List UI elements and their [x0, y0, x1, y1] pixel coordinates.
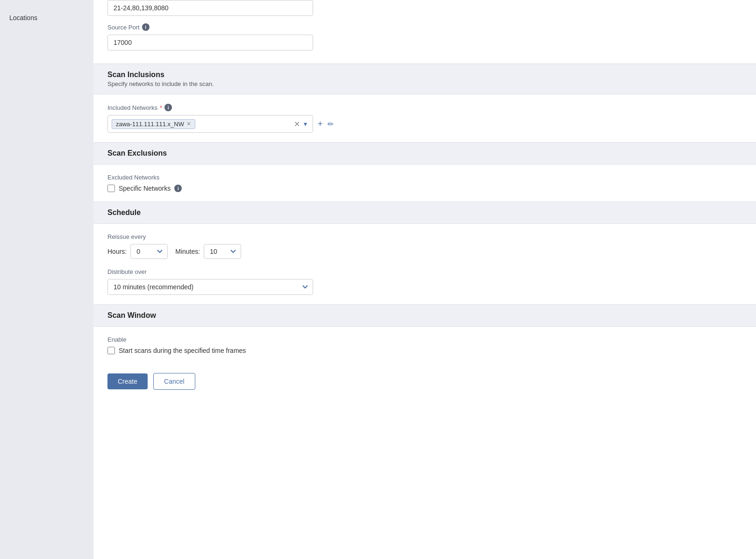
reissue-label: Reissue every: [107, 233, 742, 240]
scan-window-body: Enable Start scans during the specified …: [93, 327, 756, 364]
tag-label: zawa-111.111.111.x_NW: [116, 121, 184, 128]
schedule-row: Hours: 0 1 2 3 4 5 6 12 24 Minutes:: [107, 244, 742, 259]
distribute-container: Distribute over 10 minutes (recommended)…: [107, 268, 742, 295]
schedule-header: Schedule: [93, 201, 756, 224]
scan-inclusions-description: Specify networks to include in the scan.: [107, 80, 742, 87]
enable-label: Enable: [107, 336, 742, 343]
sidebar-item-label: Locations: [9, 14, 37, 22]
schedule-body: Reissue every Hours: 0 1 2 3 4 5 6 12 24: [93, 224, 756, 304]
minutes-label: Minutes:: [175, 248, 200, 255]
tag-actions: + ✏: [318, 119, 334, 129]
hours-group: Hours: 0 1 2 3 4 5 6 12 24: [107, 244, 168, 259]
included-networks-input[interactable]: zawa-111.111.111.x_NW ✕ ✕ ▾: [107, 115, 313, 133]
add-network-button[interactable]: +: [318, 119, 323, 129]
button-row: Create Cancel: [93, 364, 756, 399]
tag-close-icon[interactable]: ✕: [186, 121, 191, 127]
tag-clear-icon[interactable]: ✕: [292, 120, 302, 129]
hours-label: Hours:: [107, 248, 127, 255]
specific-networks-checkbox[interactable]: [107, 185, 115, 192]
scan-inclusions-title: Scan Inclusions: [107, 71, 742, 79]
main-content: Source Port i Scan Inclusions Specify ne…: [93, 0, 756, 559]
scan-exclusions-title: Scan Exclusions: [107, 149, 742, 158]
specific-networks-info-icon[interactable]: i: [174, 185, 182, 192]
distribute-label: Distribute over: [107, 268, 742, 275]
edit-network-button[interactable]: ✏: [328, 120, 334, 129]
sidebar-item-locations[interactable]: Locations: [0, 9, 93, 26]
minutes-select[interactable]: 0 5 10 15 20 30 45 60: [204, 244, 241, 259]
top-port-area: Source Port i: [93, 0, 756, 64]
scan-inclusions-header: Scan Inclusions Specify networks to incl…: [93, 64, 756, 94]
sidebar: Locations: [0, 0, 93, 559]
scan-window-label: Start scans during the specified time fr…: [119, 347, 246, 354]
hours-select[interactable]: 0 1 2 3 4 5 6 12 24: [130, 244, 168, 259]
distribute-select[interactable]: 10 minutes (recommended) 5 minutes 15 mi…: [107, 279, 313, 295]
source-port-label: Source Port i: [107, 23, 742, 31]
excluded-networks-label: Excluded Networks: [107, 174, 742, 181]
create-button[interactable]: Create: [107, 373, 148, 389]
scan-exclusions-body: Excluded Networks Specific Networks i: [93, 165, 756, 201]
schedule-title: Schedule: [107, 208, 742, 217]
scan-window-header: Scan Window: [93, 304, 756, 327]
cancel-button[interactable]: Cancel: [153, 373, 195, 390]
scan-exclusions-header: Scan Exclusions: [93, 142, 756, 165]
included-networks-info-icon[interactable]: i: [164, 104, 172, 111]
scan-window-checkbox-row: Start scans during the specified time fr…: [107, 347, 742, 354]
minutes-group: Minutes: 0 5 10 15 20 30 45 60: [175, 244, 241, 259]
included-networks-container: zawa-111.111.111.x_NW ✕ ✕ ▾ + ✏: [107, 115, 742, 133]
schedule-section: Schedule Reissue every Hours: 0 1 2 3 4 …: [93, 201, 756, 304]
source-port-info-icon[interactable]: i: [142, 23, 150, 31]
scan-window-title: Scan Window: [107, 311, 742, 320]
specific-networks-label: Specific Networks: [119, 185, 171, 192]
scan-inclusions-body: Included Networks * i zawa-111.111.111.x…: [93, 94, 756, 142]
scan-window-section: Scan Window Enable Start scans during th…: [93, 304, 756, 364]
scan-exclusions-section: Scan Exclusions Excluded Networks Specif…: [93, 142, 756, 201]
destination-port-input[interactable]: [107, 0, 313, 16]
required-star: *: [160, 104, 162, 111]
source-port-input[interactable]: [107, 35, 313, 50]
tag-dropdown-icon[interactable]: ▾: [302, 120, 309, 128]
included-networks-label: Included Networks * i: [107, 104, 742, 111]
scan-inclusions-section: Scan Inclusions Specify networks to incl…: [93, 64, 756, 142]
specific-networks-row: Specific Networks i: [107, 185, 742, 192]
network-tag: zawa-111.111.111.x_NW ✕: [112, 119, 195, 129]
scan-window-checkbox[interactable]: [107, 347, 115, 354]
